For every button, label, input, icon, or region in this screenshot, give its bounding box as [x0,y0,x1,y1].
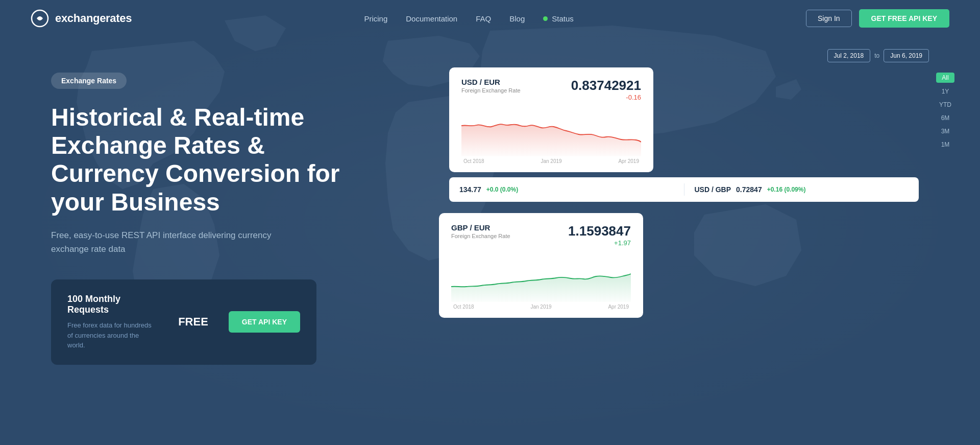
nav-link-documentation[interactable]: Documentation [406,14,457,23]
nav-link-pricing[interactable]: Pricing [364,14,387,23]
ticker-divider [684,183,684,196]
ticker-left-val: 134.77 [459,185,481,194]
time-filters: All 1Y YTD 6M 3M 1M [936,73,954,149]
chart1-sub: Foreign Exchange Rate [461,87,521,93]
chart1-date-range: Jul 2, 2018 to Jun 6, 2019 [827,49,929,62]
chart1-rate: 0.83742921 [571,78,641,93]
hero-right: Jul 2, 2018 to Jun 6, 2019 USD / EUR For… [408,67,929,318]
api-card-price: FREE [178,315,208,329]
logo-text: exchangerates [55,12,132,25]
chart-usd-eur: USD / EUR Foreign Exchange Rate 0.837429… [449,67,653,172]
nav-right: Sign In GET FREE API KEY [806,9,949,28]
api-card-info: 100 Monthly Requests Free forex data for… [67,294,158,350]
chart1-label-1: Jan 2019 [541,158,561,164]
chart2-label-1: Jan 2019 [530,304,551,310]
time-filter-6m[interactable]: 6M [936,113,954,123]
api-card: 100 Monthly Requests Free forex data for… [51,279,316,365]
chart2-label-2: Apr 2019 [608,304,629,310]
date-to-value[interactable]: Jun 6, 2019 [884,49,929,62]
date-to-label: to [874,52,879,59]
nav-link-status: Status [552,14,574,23]
time-filter-1y[interactable]: 1Y [936,87,954,96]
chart2-area [451,251,631,302]
chart2-label-0: Oct 2018 [453,304,474,310]
ticker-left: 134.77 +0.0 (0.0%) [459,185,674,194]
hero-section: Exchange Rates Historical & Real-time Ex… [0,37,980,365]
chart2-labels: Oct 2018 Jan 2019 Apr 2019 [451,304,631,310]
ticker-bar: 134.77 +0.0 (0.0%) USD / GBP 0.72847 +0.… [449,177,919,202]
ticker-right-val: 0.72847 [736,185,762,194]
chart1-pair: USD / EUR [461,78,521,86]
ticker-right: USD / GBP 0.72847 +0.16 (0.09%) [695,185,909,194]
signin-button[interactable]: Sign In [806,10,852,27]
chart1-label-2: Apr 2019 [618,158,639,164]
time-filter-1m[interactable]: 1M [936,140,954,149]
chart2-sub: Foreign Exchange Rate [451,233,510,239]
time-filter-3m[interactable]: 3M [936,127,954,136]
chart1-change: -0.16 [571,93,641,101]
chart2-change: +1.97 [568,239,631,247]
time-filter-all[interactable]: All [936,73,954,83]
hero-left: Exchange Rates Historical & Real-time Ex… [51,67,408,365]
chart2-rate: 1.1593847 [568,223,631,239]
chart2-pair: GBP / EUR [451,223,510,232]
nav-status[interactable]: Status [543,14,574,23]
api-card-desc: Free forex data for hundreds of currenci… [67,320,158,350]
navbar: exchangerates Pricing Documentation FAQ … [0,0,980,37]
get-api-key-button[interactable]: GET API KEY [229,311,300,333]
logo-icon [31,9,49,28]
chart1-header: USD / EUR Foreign Exchange Rate 0.837429… [461,78,641,101]
time-filter-ytd[interactable]: YTD [936,100,954,109]
status-dot-icon [543,16,548,21]
hero-badge: Exchange Rates [51,73,127,89]
nav-link-faq[interactable]: FAQ [476,14,491,23]
date-from[interactable]: Jul 2, 2018 [827,49,871,62]
chart1-label-0: Oct 2018 [463,158,484,164]
chart-gbp-eur: GBP / EUR Foreign Exchange Rate 1.159384… [439,213,643,318]
chart1-area [461,105,641,156]
hero-subtitle: Free, easy-to-use REST API interface del… [51,228,296,256]
ticker-right-pair: USD / GBP [695,185,731,194]
chart1-labels: Oct 2018 Jan 2019 Apr 2019 [461,158,641,164]
chart2-header: GBP / EUR Foreign Exchange Rate 1.159384… [451,223,631,247]
hero-title: Historical & Real-time Exchange Rates & … [51,103,368,216]
get-api-button[interactable]: GET FREE API KEY [859,9,949,28]
api-card-title: 100 Monthly Requests [67,294,158,315]
ticker-left-change: +0.0 (0.0%) [486,186,518,193]
nav-link-blog[interactable]: Blog [509,14,525,23]
logo[interactable]: exchangerates [31,9,132,28]
ticker-right-change: +0.16 (0.09%) [767,186,806,193]
nav-links: Pricing Documentation FAQ Blog Status [364,14,573,23]
